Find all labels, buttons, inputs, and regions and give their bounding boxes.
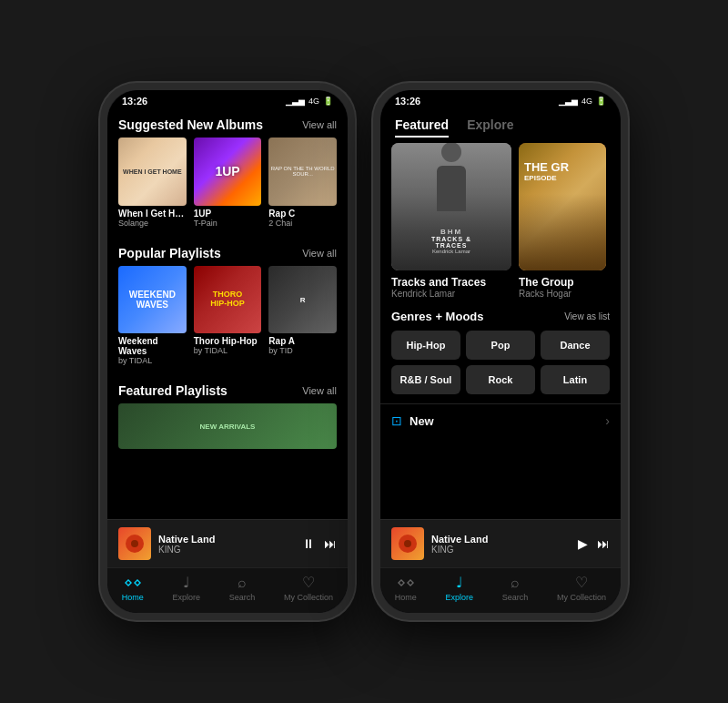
status-time-2: 13:26: [395, 96, 420, 107]
bottom-nav-1: ⋄⋄ Home ♩ Explore ⌕ Search ♡ My Collecti…: [107, 567, 348, 613]
featured-playlist-content: NEW ARRIVALS: [107, 403, 348, 458]
np-controls-2: ▶ ⏭: [578, 536, 610, 551]
albums-row: WHEN I GET HOME When I Get Home Solange …: [107, 138, 348, 237]
nav-explore-label-1: Explore: [173, 593, 201, 602]
nav-explore-2[interactable]: ♩ Explore: [446, 574, 474, 602]
svg-point-3: [404, 540, 411, 547]
view-as-list[interactable]: View as list: [564, 311, 610, 321]
featured-secondary[interactable]: VIDEO | PO THE GR EPISODE: [519, 143, 606, 299]
genre-dance[interactable]: Dance: [541, 331, 610, 360]
genre-latin[interactable]: Latin: [541, 365, 610, 394]
playlist-cover-rapa: R: [268, 266, 337, 334]
phone-1-screen[interactable]: Suggested New Albums View all WHEN I GET…: [107, 108, 348, 519]
body: [437, 166, 466, 211]
featured-main[interactable]: BHM TRACKS & TRACES Kendrick Lamar Track…: [391, 143, 511, 299]
playlist-name-thoro: Thoro Hip-Hop: [194, 336, 262, 346]
search-icon-2: ⌕: [511, 575, 520, 591]
playlist-thoro[interactable]: THOROHIP-HOP Thoro Hip-Hop by TIDAL: [194, 266, 262, 366]
featured-content: BHM TRACKS & TRACES Kendrick Lamar Track…: [380, 143, 621, 299]
phone-2-screen[interactable]: Featured Explore: [380, 108, 621, 519]
nav-explore-label-2: Explore: [446, 593, 474, 602]
pause-button-1[interactable]: ⏸: [302, 536, 315, 551]
secondary-bg: THE GR EPISODE: [519, 143, 606, 270]
person-figure: [429, 143, 474, 224]
playlist-name-rapa: Rap A: [268, 336, 337, 346]
album-cover-1up: 1UP: [194, 138, 262, 206]
tracks-traces-bg: BHM TRACKS & TRACES Kendrick Lamar: [391, 143, 511, 270]
album-rap[interactable]: RAP ON THE TH WORLD SOUR... Rap C 2 Chai: [268, 138, 337, 228]
featured-main-info: Tracks and Traces Kendrick Lamar: [391, 276, 511, 299]
collection-icon-1: ♡: [302, 574, 315, 591]
status-time-1: 13:26: [122, 96, 147, 107]
nav-search-label-2: Search: [502, 593, 529, 602]
album-name-rap: Rap C: [268, 209, 337, 219]
genre-pop[interactable]: Pop: [466, 331, 535, 360]
status-icons-1: ▁▃▅ 4G 🔋: [286, 97, 333, 106]
suggested-title: Suggested New Albums: [118, 117, 263, 132]
album-cover-solange: WHEN I GET HOME: [118, 138, 187, 206]
playlists-row: WEEKENDWAVES Weekend Waves by TIDAL THOR…: [107, 266, 348, 375]
playlist-name-weekend: Weekend Waves: [118, 336, 187, 356]
genre-hiphop[interactable]: Hip-Hop: [391, 331, 460, 360]
phones-container: 13:26 ▁▃▅ 4G 🔋 Suggested New Albums View…: [82, 65, 646, 638]
album-artist-1up: T-Pain: [194, 219, 262, 228]
featured-secondary-sub: Racks Hogar: [519, 289, 606, 299]
np-controls-1: ⏸ ⏭: [302, 536, 337, 551]
playlist-weekend[interactable]: WEEKENDWAVES Weekend Waves by TIDAL: [118, 266, 187, 366]
tab-featured[interactable]: Featured: [395, 117, 449, 138]
np-thumb-1: [118, 527, 151, 560]
skip-button-2[interactable]: ⏭: [597, 536, 610, 551]
featured-playlist-view-all[interactable]: View all: [302, 385, 337, 396]
now-playing-bar-1[interactable]: Native Land KING ⏸ ⏭: [107, 519, 348, 567]
genres-grid: Hip-Hop Pop Dance R&B / Soul Rock Latin: [391, 331, 610, 394]
phone-2: 13:26 ▁▃▅ 4G 🔋 Featured Explore: [373, 83, 628, 620]
now-playing-bar-2[interactable]: Native Land KING ▶ ⏭: [380, 519, 621, 567]
album-art-icon-2: [397, 533, 419, 555]
battery-icon-2: 🔋: [596, 97, 606, 106]
nav-search-label-1: Search: [229, 593, 256, 602]
playlist-by-rapa: by TID: [268, 346, 337, 355]
album-solange[interactable]: WHEN I GET HOME When I Get Home Solange: [118, 138, 187, 228]
featured-secondary-info: The Group Racks Hogar: [519, 276, 606, 299]
nav-home-2[interactable]: ⋄⋄ Home: [395, 574, 417, 602]
nav-home-1[interactable]: ⋄⋄ Home: [122, 574, 144, 602]
popular-view-all[interactable]: View all: [302, 248, 337, 259]
genres-section: Genres + Moods View as list Hip-Hop Pop …: [380, 310, 621, 394]
np-title-2: Native Land: [431, 534, 571, 545]
nav-search-2[interactable]: ⌕ Search: [502, 575, 529, 602]
skip-button-1[interactable]: ⏭: [324, 536, 337, 551]
np-thumb-2: [391, 527, 424, 560]
explore-icon-1: ♩: [183, 574, 190, 591]
suggested-header: Suggested New Albums View all: [107, 108, 348, 138]
new-section[interactable]: ⊡ New ›: [380, 403, 621, 437]
featured-secondary-title: The Group: [519, 276, 606, 289]
the-group-text: THE GR EPISODE: [524, 161, 601, 182]
phone-2-inner: 13:26 ▁▃▅ 4G 🔋 Featured Explore: [380, 90, 621, 613]
album-cover-rap: RAP ON THE TH WORLD SOUR...: [268, 138, 337, 206]
popular-header: Popular Playlists View all: [107, 237, 348, 266]
featured-playlist-header: Featured Playlists View all: [107, 374, 348, 403]
nav-collection-label-1: My Collection: [284, 593, 333, 602]
np-artist-1: KING: [158, 545, 295, 555]
popular-title: Popular Playlists: [118, 246, 221, 260]
nav-search-1[interactable]: ⌕ Search: [229, 575, 256, 602]
signal-icon-2: ▁▃▅: [559, 97, 578, 106]
genre-rnb[interactable]: R&B / Soul: [391, 365, 460, 394]
nav-collection-1[interactable]: ♡ My Collection: [284, 574, 333, 602]
home-icon-1: ⋄⋄: [124, 574, 142, 591]
genre-rock[interactable]: Rock: [466, 365, 535, 394]
nav-explore-1[interactable]: ♩ Explore: [173, 574, 201, 602]
suggested-view-all[interactable]: View all: [302, 119, 337, 130]
playlist-rapa[interactable]: R Rap A by TID: [268, 266, 337, 366]
status-icons-2: ▁▃▅ 4G 🔋: [559, 97, 606, 106]
play-button-2[interactable]: ▶: [578, 536, 588, 551]
featured-main-artist: Kendrick Lamar: [391, 289, 511, 299]
tab-explore[interactable]: Explore: [467, 117, 513, 138]
battery-icon-1: 🔋: [323, 97, 333, 106]
nav-collection-2[interactable]: ♡ My Collection: [557, 574, 606, 602]
svg-point-1: [131, 540, 138, 547]
np-artist-2: KING: [431, 545, 571, 555]
album-1up[interactable]: 1UP 1UP T-Pain: [194, 138, 262, 228]
phone-1-inner: 13:26 ▁▃▅ 4G 🔋 Suggested New Albums View…: [107, 90, 348, 613]
np-title-1: Native Land: [158, 534, 295, 545]
